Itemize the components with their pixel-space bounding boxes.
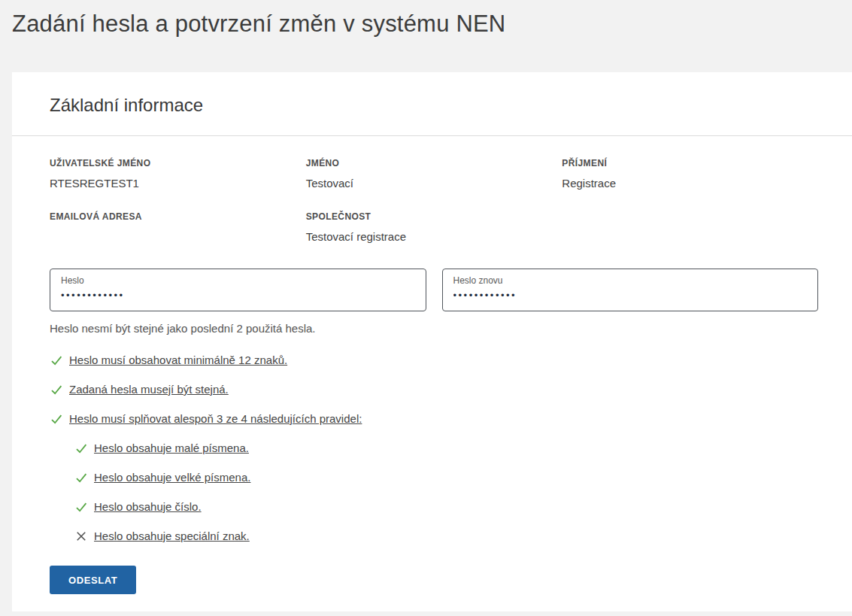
rule-text: Heslo obsahuje malé písmena. [94, 441, 249, 456]
field-value [50, 229, 306, 244]
check-icon [74, 471, 88, 484]
page-header: Zadání hesla a potvrzení změn v systému … [0, 0, 852, 72]
password-again-field-label: Heslo znovu [453, 275, 808, 287]
check-icon [50, 354, 63, 367]
password-row: Heslo Heslo znovu [50, 269, 818, 311]
submit-button[interactable]: ODESLAT [50, 566, 136, 594]
password-again-field[interactable]: Heslo znovu [442, 269, 819, 311]
basic-info-card: Základní informace UŽIVATELSKÉ JMÉNO RTE… [12, 72, 852, 611]
rule-text: Heslo obsahuje číslo. [94, 499, 202, 514]
field-value: Testovací registrace [306, 229, 562, 244]
rule-lowercase: Heslo obsahuje malé písmena. [74, 441, 818, 456]
field-jmeno: JMÉNO Testovací [306, 157, 562, 191]
field-value: Testovací [306, 176, 562, 191]
field-uzivatelske-jmeno: UŽIVATELSKÉ JMÉNO RTESREGTEST1 [50, 157, 306, 191]
card-body: UŽIVATELSKÉ JMÉNO RTESREGTEST1 JMÉNO Tes… [12, 136, 852, 594]
field-empty [562, 211, 818, 244]
rule-text: Zadaná hesla musejí být stejná. [69, 382, 229, 397]
readonly-fields-grid: UŽIVATELSKÉ JMÉNO RTESREGTEST1 JMÉNO Tes… [50, 157, 818, 244]
field-label: UŽIVATELSKÉ JMÉNO [50, 157, 306, 169]
field-emailova-adresa: EMAILOVÁ ADRESA [50, 211, 306, 244]
password-rules-list: Heslo musí obsahovat minimálně 12 znaků.… [50, 353, 818, 544]
check-icon [50, 383, 63, 396]
card-header: Základní informace [12, 72, 852, 135]
check-icon [74, 442, 88, 455]
field-prijmeni: PŘÍJMENÍ Registrace [562, 157, 818, 191]
rule-number: Heslo obsahuje číslo. [74, 499, 818, 514]
field-spolecnost: SPOLEČNOST Testovací registrace [306, 211, 562, 244]
check-icon [74, 500, 88, 514]
cross-icon [74, 530, 88, 543]
rule-special-char: Heslo obsahuje speciální znak. [74, 529, 818, 544]
password-field[interactable]: Heslo [50, 269, 426, 311]
rule-text: Heslo obsahuje velké písmena. [94, 470, 250, 485]
field-label: PŘÍJMENÍ [562, 157, 818, 169]
field-value: Registrace [562, 176, 818, 191]
field-value: RTESREGTEST1 [50, 176, 306, 191]
rule-text: Heslo obsahuje speciální znak. [94, 529, 250, 544]
password-policy-note: Heslo nesmí být stejné jako poslední 2 p… [50, 321, 818, 335]
field-label: SPOLEČNOST [306, 211, 562, 223]
rule-text: Heslo musí splňovat alespoň 3 ze 4 násle… [69, 411, 362, 426]
rule-min-length: Heslo musí obsahovat minimálně 12 znaků. [50, 353, 818, 368]
check-icon [50, 412, 63, 426]
password-input[interactable] [61, 290, 415, 301]
field-label: EMAILOVÁ ADRESA [50, 211, 306, 223]
rule-uppercase: Heslo obsahuje velké písmena. [74, 470, 818, 485]
password-again-input[interactable] [453, 290, 808, 301]
password-field-label: Heslo [61, 275, 415, 287]
rule-passwords-match: Zadaná hesla musejí být stejná. [50, 382, 818, 397]
section-title: Základní informace [50, 95, 814, 116]
field-label: JMÉNO [306, 157, 562, 169]
page-title: Zadání hesla a potvrzení změn v systému … [12, 8, 840, 40]
rule-three-of-four: Heslo musí splňovat alespoň 3 ze 4 násle… [50, 411, 818, 426]
rule-text: Heslo musí obsahovat minimálně 12 znaků. [69, 353, 287, 368]
